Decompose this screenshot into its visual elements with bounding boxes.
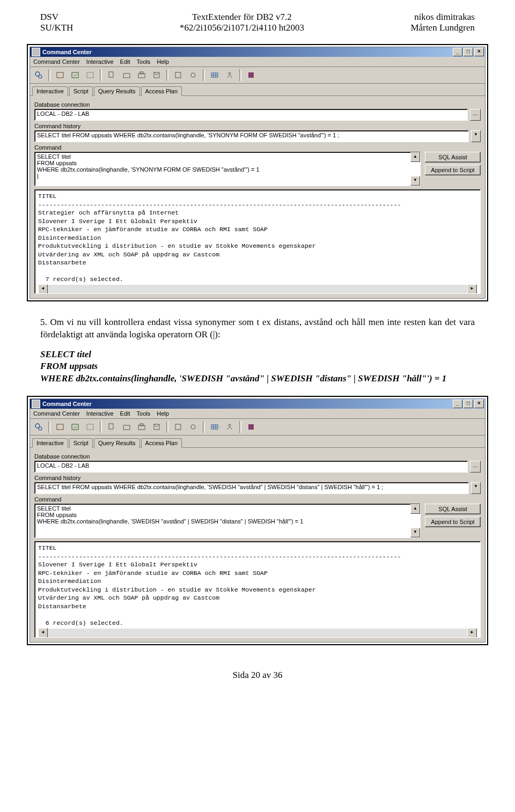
tool-icon[interactable] <box>223 69 236 82</box>
tab-interactive[interactable]: Interactive <box>32 438 68 448</box>
scroll-right-icon[interactable]: ► <box>467 628 477 638</box>
db-connection-input[interactable]: LOCAL - DB2 - LAB <box>34 461 468 473</box>
tab-script[interactable]: Script <box>69 438 93 448</box>
tool-icon[interactable] <box>245 420 258 433</box>
tab-query-results[interactable]: Query Results <box>94 438 140 448</box>
browse-button[interactable]: ... <box>470 461 481 473</box>
tab-query-results[interactable]: Query Results <box>94 86 140 96</box>
svg-rect-33 <box>248 424 254 430</box>
tool-icon[interactable] <box>135 69 148 82</box>
svg-rect-20 <box>72 424 78 430</box>
maximize-button[interactable]: □ <box>464 400 473 408</box>
tool-icon[interactable] <box>150 69 163 82</box>
minimize-button[interactable]: _ <box>453 400 462 408</box>
menu-item[interactable]: Interactive <box>86 58 114 65</box>
tool-icon[interactable] <box>105 420 118 433</box>
tool-icon[interactable] <box>135 420 148 433</box>
db-connection-input[interactable]: LOCAL - DB2 - LAB <box>34 109 468 121</box>
tool-icon[interactable] <box>223 420 236 433</box>
menu-item[interactable]: Edit <box>120 410 130 417</box>
append-to-script-button[interactable]: Append to Script <box>425 516 481 527</box>
scroll-left-icon[interactable]: ◄ <box>38 628 48 638</box>
menubar: Command Center Interactive Edit Tools He… <box>30 57 485 67</box>
svg-rect-23 <box>123 425 130 430</box>
menubar: Command Center Interactive Edit Tools He… <box>30 409 485 419</box>
menu-item[interactable]: Help <box>157 410 169 417</box>
header-center-2: *62/2i1056/2i1071/2i4110 ht2003 <box>180 23 304 33</box>
h-scrollbar[interactable]: ◄► <box>38 285 477 293</box>
scroll-down-icon[interactable]: ▼ <box>410 528 420 537</box>
h-scrollbar[interactable]: ◄► <box>38 629 477 637</box>
sql-assist-button[interactable]: SQL Assist <box>425 152 481 163</box>
tool-icon[interactable] <box>120 420 133 433</box>
dropdown-icon[interactable]: ▼ <box>471 130 481 142</box>
tab-script[interactable]: Script <box>69 86 93 96</box>
label-command-history: Command history <box>34 475 481 481</box>
tool-icon[interactable] <box>69 420 82 433</box>
label-command: Command <box>34 496 481 503</box>
label-command: Command <box>34 144 481 151</box>
tool-icon[interactable] <box>172 69 185 82</box>
menu-item[interactable]: Help <box>157 58 169 65</box>
scroll-up-icon[interactable]: ▲ <box>410 152 420 162</box>
tool-icon[interactable] <box>105 69 118 82</box>
svg-rect-21 <box>87 424 93 430</box>
screenshot-2: Command Center _ □ × Command Center Inte… <box>27 396 488 645</box>
tool-icon[interactable] <box>54 69 67 82</box>
tab-interactive[interactable]: Interactive <box>32 86 68 96</box>
sql-line: FROM uppsats <box>40 360 475 373</box>
close-button[interactable]: × <box>474 48 484 56</box>
scroll-right-icon[interactable]: ► <box>467 284 477 294</box>
menu-item[interactable]: Command Center <box>33 410 80 417</box>
svg-rect-16 <box>248 72 254 78</box>
tool-icon[interactable] <box>54 420 67 433</box>
tool-icon[interactable] <box>245 69 258 82</box>
header-center-1: TextExtender för DB2 v7.2 <box>180 12 304 23</box>
command-textarea[interactable]: SELECT titel FROM uppsats WHERE db2tx.co… <box>34 504 421 538</box>
tool-icon[interactable] <box>69 69 82 82</box>
command-history-input[interactable]: SELECT titel FROM uppsats WHERE db2tx.co… <box>34 482 469 494</box>
scroll-down-icon[interactable]: ▼ <box>410 176 420 186</box>
command-textarea[interactable]: SELECT titel FROM uppsats WHERE db2tx.co… <box>34 152 421 186</box>
svg-rect-6 <box>123 73 130 78</box>
header-center: TextExtender för DB2 v7.2 *62/2i1056/2i1… <box>180 12 304 33</box>
tool-icon[interactable] <box>187 420 200 433</box>
menu-item[interactable]: Tools <box>137 410 151 417</box>
close-button[interactable]: × <box>474 400 484 408</box>
tool-icon[interactable] <box>150 420 163 433</box>
toolbar <box>30 67 485 84</box>
maximize-button[interactable]: □ <box>464 48 473 56</box>
tool-icon[interactable] <box>187 69 200 82</box>
svg-point-18 <box>39 427 42 430</box>
tool-icon[interactable] <box>84 420 97 433</box>
tab-access-plan[interactable]: Access Plan <box>141 86 182 96</box>
gears-icon[interactable] <box>32 420 45 433</box>
sql-assist-button[interactable]: SQL Assist <box>425 504 481 514</box>
gears-icon[interactable] <box>32 69 45 82</box>
scroll-up-icon[interactable]: ▲ <box>410 504 420 514</box>
minimize-button[interactable]: _ <box>453 48 462 56</box>
browse-button[interactable]: ... <box>470 109 481 121</box>
scroll-left-icon[interactable]: ◄ <box>38 284 48 294</box>
append-to-script-button[interactable]: Append to Script <box>425 165 481 175</box>
svg-point-27 <box>191 425 195 429</box>
tool-icon[interactable] <box>208 69 221 82</box>
menu-item[interactable]: Command Center <box>33 58 80 65</box>
dropdown-icon[interactable]: ▼ <box>471 482 481 494</box>
menu-item[interactable]: Tools <box>137 58 151 65</box>
result-output: TITEL ----------------------------------… <box>34 189 481 294</box>
tab-access-plan[interactable]: Access Plan <box>141 438 182 448</box>
header-left: DSV SU/KTH <box>40 12 73 33</box>
menu-item[interactable]: Interactive <box>86 410 114 417</box>
command-history-input[interactable]: SELECT titel FROM uppsats WHERE db2tx.co… <box>34 130 469 142</box>
window-title: Command Center <box>42 49 92 55</box>
titlebar[interactable]: Command Center _ □ × <box>30 399 485 409</box>
tool-icon[interactable] <box>172 420 185 433</box>
menu-item[interactable]: Edit <box>120 58 130 65</box>
svg-rect-4 <box>87 72 93 78</box>
titlebar[interactable]: Command Center _ □ × <box>30 47 485 57</box>
tool-icon[interactable] <box>84 69 97 82</box>
tool-icon[interactable] <box>120 69 133 82</box>
tool-icon[interactable] <box>208 420 221 433</box>
svg-point-15 <box>229 72 231 75</box>
